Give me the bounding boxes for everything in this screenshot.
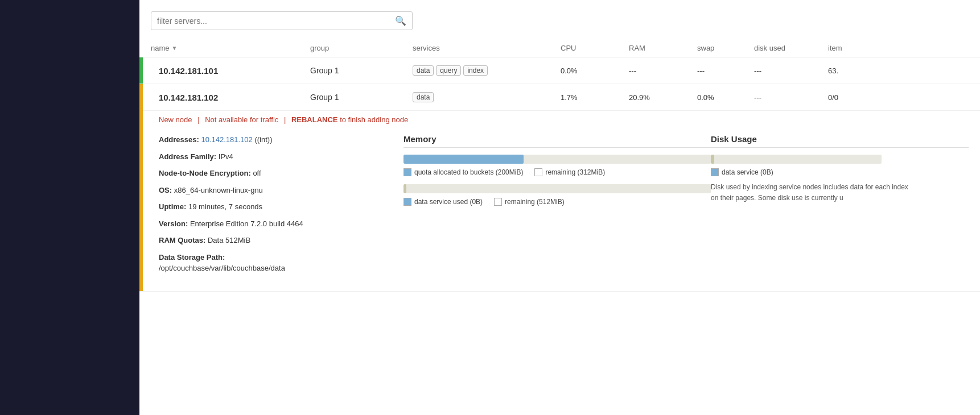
expanded-body: Addresses: 10.142.181.102 ((int)) Addres…: [159, 134, 969, 280]
memory-bar2-container: [403, 184, 711, 193]
disk-info-text: Disk used by indexing service nodes incl…: [711, 182, 910, 204]
disk-1: ---: [754, 67, 828, 75]
legend-remaining2-label: remaining (512MiB): [505, 198, 565, 206]
server-name-1[interactable]: 10.142.181.101: [151, 66, 310, 76]
table-header: name ▼ group services CPU RAM swap disk …: [139, 39, 980, 57]
ram-quotas-value: Data 512MiB: [208, 236, 250, 244]
uptime-value: 19 minutes, 7 seconds: [188, 202, 262, 211]
col-swap-header: swap: [697, 44, 754, 52]
disk-usage-block: Disk Usage data service (0B) Disk used b…: [711, 134, 969, 280]
legend-data-used-label: data service used (0B): [414, 198, 483, 206]
legend-remaining1-label: remaining (312MiB): [545, 168, 605, 176]
memory-chart-block: Memory quota allocated to buckets (200Mi…: [403, 134, 711, 280]
services-cell-1: data query index: [413, 65, 561, 76]
disk-usage-title: Disk Usage: [711, 134, 969, 148]
ram-2: 20.9%: [629, 93, 697, 102]
node-status-rebalance[interactable]: REBALANCE: [291, 115, 338, 124]
disk-legend-row: data service (0B): [711, 168, 969, 176]
status-indicator-orange: [139, 84, 143, 291]
search-icon[interactable]: 🔍: [395, 15, 406, 26]
col-ram-header: RAM: [629, 44, 697, 52]
swatch-data-used: [403, 198, 411, 206]
memory-bar1-container: [403, 155, 711, 164]
swatch-remaining2: [494, 198, 502, 206]
page-wrapper: 🔍 name ▼ group services CPU RAM swap dis…: [0, 0, 980, 415]
node-status-sep2: |: [284, 115, 288, 124]
info-ram-quotas: RAM Quotas: Data 512MiB: [159, 235, 403, 246]
main-content: 🔍 name ▼ group services CPU RAM swap dis…: [139, 0, 980, 415]
col-disk-header: disk used: [754, 44, 828, 52]
swatch-quota: [403, 168, 411, 176]
disk-2: ---: [754, 93, 828, 102]
version-value: Enterprise Edition 7.2.0 build 4464: [190, 219, 303, 228]
os-label: OS:: [159, 186, 172, 194]
info-storage-path: Data Storage Path: /opt/couchbase/var/li…: [159, 252, 403, 274]
search-bar-row: 🔍: [139, 11, 980, 39]
server-group-2: Group 1: [310, 93, 413, 102]
encryption-label: Node-to-Node Encryption:: [159, 169, 251, 177]
disk-legend-item: data service (0B): [711, 168, 773, 176]
sort-arrow-icon: ▼: [172, 45, 178, 51]
address-family-value: IPv4: [219, 152, 233, 161]
ram-1: ---: [629, 67, 697, 75]
server-name-2[interactable]: 10.142.181.102: [151, 93, 310, 102]
server-row-2-main[interactable]: 10.142.181.102 Group 1 data 1.7% 20.9% 0…: [139, 84, 980, 110]
col-group-header: group: [310, 44, 413, 52]
services-cell-2: data: [413, 92, 561, 102]
col-item-header: item: [828, 44, 874, 52]
disk-swatch: [711, 168, 719, 176]
search-input[interactable]: [157, 16, 395, 26]
memory-bar1-fill: [403, 155, 524, 164]
service-badge-data-2: data: [413, 92, 434, 102]
server-row-1-main[interactable]: 10.142.181.101 Group 1 data query index …: [139, 57, 980, 84]
legend-quota-label: quota allocated to buckets (200MiB): [414, 168, 523, 176]
memory-legend2: data service used (0B) remaining (512MiB…: [403, 198, 711, 206]
items-1: 63.: [828, 67, 874, 75]
col-name-header[interactable]: name ▼: [151, 44, 310, 52]
status-indicator-green: [139, 57, 143, 84]
memory-legend1: quota allocated to buckets (200MiB) rema…: [403, 168, 711, 176]
version-label: Version:: [159, 219, 188, 228]
node-status-finish: to finish adding node: [340, 115, 408, 124]
legend-item-remaining2: remaining (512MiB): [494, 198, 565, 206]
cpu-1: 0.0%: [561, 67, 629, 75]
legend-item-data-used: data service used (0B): [403, 198, 483, 206]
service-badge-index-1: index: [463, 65, 488, 76]
col-services-header: services: [413, 44, 561, 52]
cpu-2: 1.7%: [561, 93, 629, 102]
encryption-value: off: [253, 169, 261, 177]
ram-quotas-label: RAM Quotas:: [159, 236, 205, 244]
node-status-bar: New node | Not available for traffic | R…: [159, 115, 969, 124]
col-cpu-header: CPU: [561, 44, 629, 52]
swap-2: 0.0%: [697, 93, 754, 102]
server-row-2: 10.142.181.102 Group 1 data 1.7% 20.9% 0…: [139, 84, 980, 292]
storage-path-label: Data Storage Path:: [159, 253, 225, 262]
uptime-label: Uptime:: [159, 202, 186, 211]
info-version: Version: Enterprise Edition 7.2.0 build …: [159, 218, 403, 230]
addresses-value: 10.142.181.102 ((int)): [201, 135, 272, 144]
os-value: x86_64-unknown-linux-gnu: [174, 186, 263, 194]
legend-item-remaining1: remaining (312MiB): [534, 168, 605, 176]
storage-path-value: /opt/couchbase/var/lib/couchbase/data: [159, 264, 285, 272]
swatch-remaining1: [534, 168, 542, 176]
disk-bar-container: [711, 155, 882, 164]
info-address-family: Address Family: IPv4: [159, 151, 403, 163]
items-2: 0/0: [828, 93, 874, 102]
server-row-2-expanded: New node | Not available for traffic | R…: [139, 110, 980, 291]
service-badge-query-1: query: [436, 65, 461, 76]
info-section: Addresses: 10.142.181.102 ((int)) Addres…: [159, 134, 403, 280]
node-status-sep1: |: [197, 115, 201, 124]
left-panel: [0, 0, 139, 415]
disk-legend-label: data service (0B): [722, 168, 773, 176]
server-row-1: 10.142.181.101 Group 1 data query index …: [139, 57, 980, 84]
server-group-1: Group 1: [310, 66, 413, 75]
addresses-link[interactable]: 10.142.181.102: [201, 135, 252, 144]
disk-bar-fill: [711, 155, 714, 164]
node-status-new: New node: [159, 115, 192, 124]
info-encryption: Node-to-Node Encryption: off: [159, 168, 403, 179]
legend-item-quota: quota allocated to buckets (200MiB): [403, 168, 523, 176]
info-uptime: Uptime: 19 minutes, 7 seconds: [159, 201, 403, 213]
swap-1: ---: [697, 67, 754, 75]
addresses-label: Addresses:: [159, 135, 199, 144]
address-family-label: Address Family:: [159, 152, 216, 161]
